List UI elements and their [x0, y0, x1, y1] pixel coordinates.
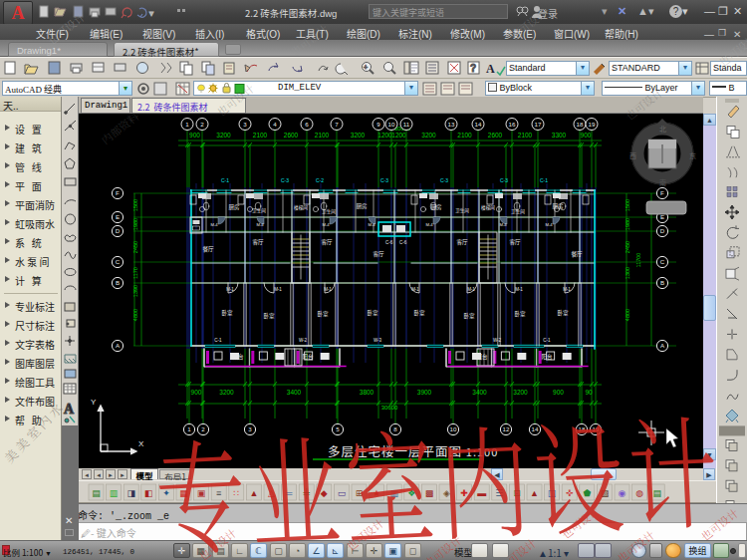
svg-text:6: 6 [305, 121, 309, 128]
svg-text:900: 900 [189, 132, 200, 139]
svg-text:900: 900 [191, 389, 202, 396]
svg-text:F: F [660, 189, 664, 196]
svg-text:17: 17 [535, 121, 542, 128]
svg-text:3400: 3400 [287, 389, 302, 396]
svg-text:W-2: W-2 [299, 338, 308, 343]
svg-text:11: 11 [403, 121, 410, 128]
svg-text:1500: 1500 [132, 199, 138, 211]
svg-text:C-1: C-1 [540, 177, 548, 183]
svg-text:M-1: M-1 [467, 287, 475, 292]
svg-text:C: C [116, 258, 121, 265]
svg-text:11700: 11700 [635, 253, 641, 268]
svg-text:楼梯间: 楼梯间 [481, 204, 495, 211]
svg-text:M-4: M-4 [256, 222, 264, 227]
svg-text:厨房: 厨房 [430, 203, 442, 211]
svg-text:C-3: C-3 [440, 177, 448, 183]
svg-text:C-1: C-1 [214, 338, 222, 343]
svg-text:19: 19 [589, 121, 596, 128]
svg-text:厨房: 厨房 [356, 202, 368, 210]
svg-text:卧室: 卧室 [263, 312, 275, 320]
svg-text:4800: 4800 [132, 309, 138, 321]
svg-text:阳台: 阳台 [541, 353, 553, 361]
svg-text:客厅: 客厅 [456, 238, 468, 246]
svg-text:M-4: M-4 [499, 222, 507, 227]
svg-text:16: 16 [509, 121, 516, 128]
svg-text:阳台: 阳台 [232, 353, 244, 361]
svg-text:D: D [116, 227, 121, 234]
svg-text:客厅: 客厅 [321, 238, 333, 246]
svg-text:卧室: 卧室 [514, 310, 526, 318]
svg-text:X: X [138, 439, 144, 448]
svg-text:M-1: M-1 [324, 287, 332, 292]
svg-text:4: 4 [273, 121, 277, 128]
svg-text:2450: 2450 [624, 241, 630, 253]
svg-text:+: + [364, 64, 368, 71]
svg-text:W-3: W-3 [374, 338, 382, 343]
svg-text:厨房: 厨房 [552, 202, 564, 210]
svg-text:2600: 2600 [488, 132, 503, 139]
svg-text:B: B [660, 279, 664, 286]
svg-text:C-6: C-6 [385, 240, 393, 245]
svg-text:M-1: M-1 [411, 287, 419, 292]
svg-text:卧室: 卧室 [463, 312, 475, 320]
svg-text:D: D [660, 227, 665, 234]
svg-text:900: 900 [581, 132, 592, 139]
svg-text:3200: 3200 [219, 389, 234, 396]
svg-text:3: 3 [243, 121, 247, 128]
svg-text:7: 7 [335, 121, 339, 128]
svg-text:3200: 3200 [421, 132, 436, 139]
svg-text:西: 西 [629, 150, 636, 160]
svg-text:F: F [116, 189, 120, 196]
svg-text:M-1: M-1 [274, 287, 282, 292]
svg-text:▤: ▤ [92, 488, 101, 498]
svg-text:2600: 2600 [284, 132, 299, 139]
svg-text:2100: 2100 [253, 132, 268, 139]
svg-text:餐厅: 餐厅 [571, 250, 583, 258]
svg-text:C-1: C-1 [543, 338, 551, 343]
svg-text:1200: 1200 [377, 132, 392, 139]
svg-text:1: 1 [185, 121, 189, 128]
svg-text:4800: 4800 [624, 309, 630, 321]
svg-text:18: 18 [577, 121, 584, 128]
svg-text:M-1: M-1 [226, 287, 234, 292]
svg-text:1980: 1980 [132, 218, 138, 230]
svg-text:南: 南 [659, 177, 666, 187]
svg-text:1390: 1390 [132, 285, 138, 297]
svg-text:3300: 3300 [552, 132, 567, 139]
svg-text:C-3: C-3 [380, 177, 388, 183]
svg-text:◧: ◧ [144, 488, 153, 498]
svg-text:C-6: C-6 [399, 240, 407, 245]
svg-text:3200: 3200 [216, 132, 231, 139]
svg-text:卧室: 卧室 [413, 309, 425, 317]
svg-text:▾: ▾ [149, 9, 153, 18]
svg-text:客厅: 客厅 [373, 250, 384, 258]
svg-text:M-4: M-4 [322, 222, 330, 227]
svg-text:东: 东 [689, 150, 696, 160]
svg-text:C-3: C-3 [281, 177, 289, 183]
svg-text:C: C [660, 258, 665, 265]
svg-text:卧室: 卧室 [221, 309, 233, 317]
svg-text:C-3: C-3 [500, 177, 508, 183]
svg-text:阳台: 阳台 [476, 353, 488, 361]
svg-text:C-1: C-1 [221, 177, 229, 183]
svg-text:M-4: M-4 [425, 222, 433, 227]
svg-text:卫生间: 卫生间 [455, 207, 469, 214]
svg-text:1300: 1300 [624, 267, 630, 279]
svg-text:卧室: 卧室 [367, 309, 378, 317]
svg-text:2100: 2100 [315, 132, 330, 139]
svg-text:卧室: 卧室 [557, 309, 569, 317]
svg-text:3200: 3200 [351, 132, 366, 139]
svg-text:1980: 1980 [624, 218, 630, 230]
svg-text:B: B [116, 279, 120, 286]
svg-text:M-4: M-4 [210, 222, 218, 227]
svg-text:卫生间: 卫生间 [511, 208, 525, 215]
svg-text:C-2: C-2 [316, 177, 324, 183]
svg-text:◨: ◨ [126, 488, 135, 498]
svg-text:M-1: M-1 [515, 287, 523, 292]
svg-text:2100: 2100 [457, 132, 472, 139]
svg-text:2450: 2450 [132, 241, 138, 253]
svg-text:M-1: M-1 [563, 287, 571, 292]
svg-text:14: 14 [475, 121, 482, 128]
svg-text:M-4: M-4 [545, 222, 553, 227]
svg-text:厨房: 厨房 [228, 203, 240, 211]
